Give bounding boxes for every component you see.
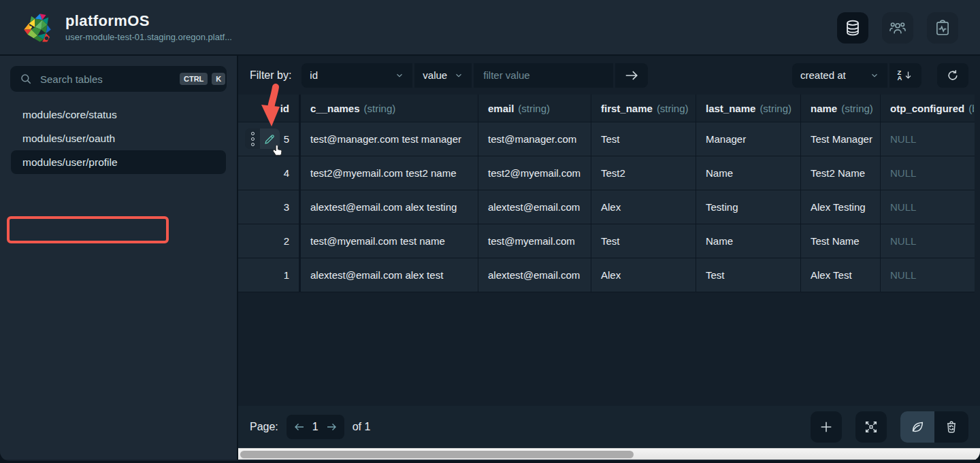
last-name-cell: Name	[696, 224, 801, 258]
search-tables-input[interactable]	[40, 73, 176, 85]
arrow-left-icon	[293, 421, 306, 433]
first-name-cell: Alex	[591, 190, 696, 224]
database-nav-button[interactable]	[837, 12, 868, 44]
last-name-cell: Name	[696, 156, 801, 190]
column-header-email[interactable]: email(string)	[478, 95, 591, 122]
column-header-id[interactable]: id	[238, 95, 301, 122]
email-cell: alextest@email.com	[478, 190, 591, 224]
expand-icon	[864, 419, 879, 434]
arrow-right-icon	[325, 421, 338, 433]
table-header-row: id c__names(string) email(string) first_…	[238, 95, 975, 122]
column-header-name[interactable]: name(string)	[801, 95, 881, 122]
current-page: 1	[312, 421, 318, 433]
c-names-cell: test2@myemail.com test2 name	[301, 156, 478, 190]
ctrl-key-badge: CTRL	[180, 73, 208, 85]
leaf-icon	[910, 419, 925, 434]
page-label: Page:	[250, 421, 278, 433]
plus-icon	[819, 419, 834, 434]
last-name-cell: Testing	[696, 190, 801, 224]
expand-view-button[interactable]	[855, 411, 887, 443]
add-record-button[interactable]	[811, 411, 842, 443]
horizontal-scrollbar[interactable]	[238, 448, 980, 460]
trash-restore-icon	[944, 419, 959, 434]
id-cell: 5	[238, 122, 301, 156]
otp-cell: NULL	[881, 156, 974, 190]
chevron-down-icon	[870, 71, 879, 80]
table-row[interactable]: 4 test2@myemail.com test2 name test2@mye…	[238, 156, 975, 190]
id-cell: 2	[238, 224, 301, 258]
deleted-records-toggle[interactable]	[934, 411, 968, 443]
arrow-right-icon	[624, 68, 639, 83]
filter-by-label: Filter by:	[250, 69, 291, 82]
c-names-cell: test@manager.com test manager	[301, 122, 478, 156]
table-footer: Page: 1 of 1	[238, 406, 980, 448]
app-title: platformOS	[65, 12, 232, 30]
first-name-cell: Alex	[591, 258, 696, 292]
row-menu-button[interactable]	[245, 128, 260, 149]
tables-list: modules/core/status modules/user/oauth m…	[0, 103, 237, 174]
c-names-cell: alextest@email.com alex test	[301, 258, 478, 292]
column-header-first-name[interactable]: first_name(string)	[591, 95, 696, 122]
first-name-cell: Test	[591, 122, 696, 156]
first-name-cell: Test	[591, 224, 696, 258]
arrow-down-icon	[903, 70, 913, 80]
table-empty-area	[238, 292, 980, 406]
table-row[interactable]: 2 test@myemail.com test name test@myemai…	[238, 224, 975, 258]
apply-filter-button[interactable]	[615, 63, 648, 88]
otp-cell: NULL	[881, 190, 974, 224]
sidebar-item-user-oauth[interactable]: modules/user/oauth	[0, 126, 237, 150]
name-cell: Test2 Name	[801, 156, 881, 190]
main-panel: Filter by: id value	[238, 56, 980, 460]
filter-field-select[interactable]: id	[301, 63, 412, 88]
filter-operator-select[interactable]: value	[414, 63, 472, 88]
column-header-otp-configured[interactable]: otp_configured(b	[881, 95, 974, 122]
email-cell: alextest@email.com	[478, 258, 591, 292]
app-window: platformOS user-module-test-01.staging.o…	[0, 0, 980, 461]
filter-operator-value: value	[423, 69, 447, 81]
sidebar-item-core-status[interactable]: modules/core/status	[0, 103, 237, 126]
sidebar-item-user-profile[interactable]: modules/user/profile	[11, 150, 226, 174]
horizontal-scrollbar-thumb[interactable]	[240, 451, 634, 458]
sidebar: CTRL K modules/core/status modules/user/…	[0, 56, 238, 460]
previous-page-button[interactable]	[293, 421, 306, 433]
page-total: of 1	[353, 421, 371, 433]
table-row[interactable]: 5 test@manager.com test manager test@man…	[238, 122, 975, 156]
table-row[interactable]: 3 alextest@email.com alex testing alexte…	[238, 190, 975, 224]
next-page-button[interactable]	[325, 421, 338, 433]
users-nav-button[interactable]	[882, 12, 913, 44]
header-actions	[837, 12, 958, 44]
data-table: id c__names(string) email(string) first_…	[238, 95, 975, 292]
filter-value-input[interactable]	[474, 63, 613, 88]
table-row[interactable]: 1 alextest@email.com alex test alextest@…	[238, 258, 975, 292]
id-cell: 3	[238, 190, 301, 224]
annotation-rectangle	[7, 216, 169, 243]
row-edit-button[interactable]	[260, 128, 280, 149]
column-header-last-name[interactable]: last_name(string)	[696, 95, 801, 122]
otp-cell: NULL	[881, 258, 974, 292]
refresh-button[interactable]	[937, 63, 968, 88]
name-cell: Alex Testing	[801, 190, 881, 224]
activity-log-nav-button[interactable]	[927, 12, 958, 44]
platformos-logo-icon	[19, 9, 56, 46]
sort-direction-button[interactable]: Z A	[889, 63, 921, 88]
search-tables-box[interactable]: CTRL K	[10, 66, 227, 92]
table-mode-toggle	[900, 411, 968, 443]
refresh-icon	[945, 68, 960, 83]
name-cell: Test Name	[801, 224, 881, 258]
email-cell: test2@myemail.com	[478, 156, 591, 190]
last-name-cell: Manager	[696, 122, 801, 156]
name-cell: Alex Test	[801, 258, 881, 292]
filter-field-value: id	[310, 69, 318, 81]
table-body: 5 test@manager.com test manager test@man…	[238, 122, 975, 292]
instance-url: user-module-test-01.staging.oregon.platf…	[65, 32, 232, 42]
filter-bar: Filter by: id value	[238, 56, 980, 95]
sort-field-select[interactable]: created at	[792, 63, 887, 88]
clipboard-pulse-icon	[934, 19, 951, 37]
row-actions	[245, 128, 280, 149]
live-records-toggle[interactable]	[900, 411, 934, 443]
chevron-down-icon	[454, 71, 463, 80]
search-icon	[20, 73, 32, 85]
column-header-c-names[interactable]: c__names(string)	[301, 95, 478, 122]
app-header: platformOS user-module-test-01.staging.o…	[0, 0, 980, 56]
chevron-down-icon	[395, 71, 404, 80]
